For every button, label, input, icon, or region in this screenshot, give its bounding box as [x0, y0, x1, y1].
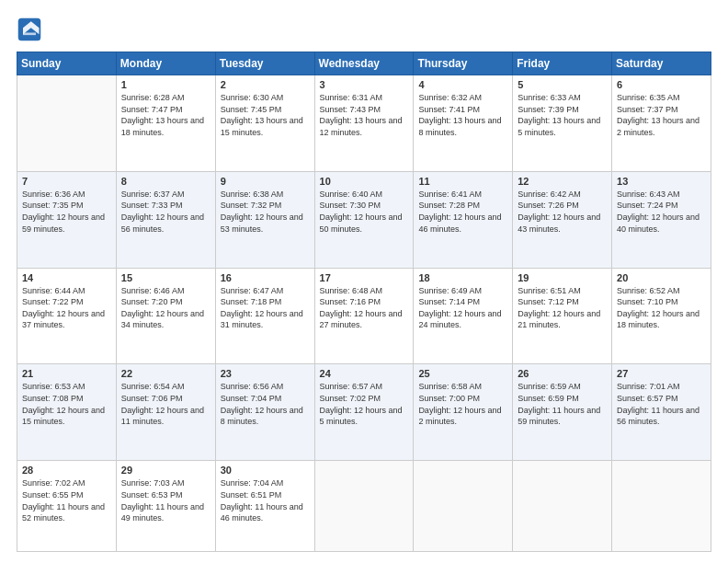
day-number: 23	[221, 368, 310, 379]
day-number: 18	[418, 272, 507, 283]
day-number: 7	[22, 176, 111, 187]
day-info: Sunrise: 6:37 AMSunset: 7:33 PMDaylight:…	[121, 189, 210, 235]
day-info: Sunrise: 6:49 AMSunset: 7:14 PMDaylight:…	[418, 285, 507, 331]
day-number: 14	[22, 272, 111, 283]
day-header-wednesday: Wednesday	[314, 52, 414, 75]
day-info: Sunrise: 6:58 AMSunset: 7:00 PMDaylight:…	[418, 381, 507, 427]
day-cell-29: 29Sunrise: 7:03 AMSunset: 6:53 PMDayligh…	[116, 461, 215, 552]
day-info: Sunrise: 7:02 AMSunset: 6:55 PMDaylight:…	[22, 477, 111, 523]
day-cell-5: 5Sunrise: 6:33 AMSunset: 7:39 PMDaylight…	[513, 75, 612, 172]
day-info: Sunrise: 6:40 AMSunset: 7:30 PMDaylight:…	[320, 189, 409, 235]
calendar-table: SundayMondayTuesdayWednesdayThursdayFrid…	[17, 52, 711, 552]
day-cell-21: 21Sunrise: 6:53 AMSunset: 7:08 PMDayligh…	[17, 364, 117, 461]
day-number: 8	[121, 176, 210, 187]
day-number: 19	[518, 272, 607, 283]
day-cell-24: 24Sunrise: 6:57 AMSunset: 7:02 PMDayligh…	[314, 364, 414, 461]
day-info: Sunrise: 6:56 AMSunset: 7:04 PMDaylight:…	[221, 381, 310, 427]
day-header-friday: Friday	[513, 52, 612, 75]
day-cell-17: 17Sunrise: 6:48 AMSunset: 7:16 PMDayligh…	[314, 268, 414, 364]
day-info: Sunrise: 6:51 AMSunset: 7:12 PMDaylight:…	[518, 285, 607, 331]
day-cell-16: 16Sunrise: 6:47 AMSunset: 7:18 PMDayligh…	[215, 268, 314, 364]
day-info: Sunrise: 6:47 AMSunset: 7:18 PMDaylight:…	[221, 285, 310, 331]
empty-cell	[513, 461, 612, 552]
day-number: 5	[518, 79, 607, 90]
day-info: Sunrise: 6:30 AMSunset: 7:45 PMDaylight:…	[221, 92, 310, 138]
day-info: Sunrise: 6:38 AMSunset: 7:32 PMDaylight:…	[221, 189, 310, 235]
day-number: 22	[121, 368, 210, 379]
day-cell-20: 20Sunrise: 6:52 AMSunset: 7:10 PMDayligh…	[612, 268, 711, 364]
day-number: 11	[418, 176, 507, 187]
empty-cell	[314, 461, 414, 552]
day-info: Sunrise: 6:52 AMSunset: 7:10 PMDaylight:…	[617, 285, 706, 331]
header-row: SundayMondayTuesdayWednesdayThursdayFrid…	[17, 52, 711, 75]
day-number: 2	[221, 79, 310, 90]
day-number: 10	[320, 176, 409, 187]
day-info: Sunrise: 6:53 AMSunset: 7:08 PMDaylight:…	[22, 381, 111, 427]
day-info: Sunrise: 6:28 AMSunset: 7:47 PMDaylight:…	[121, 92, 210, 138]
day-header-monday: Monday	[116, 52, 215, 75]
day-number: 15	[121, 272, 210, 283]
day-number: 3	[320, 79, 409, 90]
day-cell-7: 7Sunrise: 6:36 AMSunset: 7:35 PMDaylight…	[17, 171, 117, 268]
day-cell-27: 27Sunrise: 7:01 AMSunset: 6:57 PMDayligh…	[612, 364, 711, 461]
day-info: Sunrise: 6:48 AMSunset: 7:16 PMDaylight:…	[320, 285, 409, 331]
day-cell-25: 25Sunrise: 6:58 AMSunset: 7:00 PMDayligh…	[414, 364, 513, 461]
day-cell-1: 1Sunrise: 6:28 AMSunset: 7:47 PMDaylight…	[116, 75, 215, 172]
logo	[17, 17, 46, 42]
day-cell-14: 14Sunrise: 6:44 AMSunset: 7:22 PMDayligh…	[17, 268, 117, 364]
day-cell-8: 8Sunrise: 6:37 AMSunset: 7:33 PMDaylight…	[116, 171, 215, 268]
day-info: Sunrise: 7:03 AMSunset: 6:53 PMDaylight:…	[121, 477, 210, 523]
page: SundayMondayTuesdayWednesdayThursdayFrid…	[0, 0, 728, 563]
day-info: Sunrise: 6:57 AMSunset: 7:02 PMDaylight:…	[320, 381, 409, 427]
day-header-tuesday: Tuesday	[215, 52, 314, 75]
day-cell-3: 3Sunrise: 6:31 AMSunset: 7:43 PMDaylight…	[314, 75, 414, 172]
day-info: Sunrise: 6:36 AMSunset: 7:35 PMDaylight:…	[22, 189, 111, 235]
day-number: 26	[518, 368, 607, 379]
calendar-week-3: 14Sunrise: 6:44 AMSunset: 7:22 PMDayligh…	[17, 268, 711, 364]
day-info: Sunrise: 7:01 AMSunset: 6:57 PMDaylight:…	[617, 381, 706, 427]
empty-cell	[17, 75, 117, 172]
day-header-saturday: Saturday	[612, 52, 711, 75]
day-number: 6	[617, 79, 706, 90]
day-number: 12	[518, 176, 607, 187]
day-number: 25	[418, 368, 507, 379]
day-info: Sunrise: 6:44 AMSunset: 7:22 PMDaylight:…	[22, 285, 111, 331]
day-header-thursday: Thursday	[414, 52, 513, 75]
day-cell-9: 9Sunrise: 6:38 AMSunset: 7:32 PMDaylight…	[215, 171, 314, 268]
day-info: Sunrise: 6:43 AMSunset: 7:24 PMDaylight:…	[617, 189, 706, 235]
empty-cell	[612, 461, 711, 552]
day-cell-22: 22Sunrise: 6:54 AMSunset: 7:06 PMDayligh…	[116, 364, 215, 461]
calendar-week-2: 7Sunrise: 6:36 AMSunset: 7:35 PMDaylight…	[17, 171, 711, 268]
day-number: 4	[418, 79, 507, 90]
logo-icon	[17, 17, 42, 42]
day-number: 28	[22, 465, 111, 476]
calendar-week-4: 21Sunrise: 6:53 AMSunset: 7:08 PMDayligh…	[17, 364, 711, 461]
day-number: 20	[617, 272, 706, 283]
day-cell-10: 10Sunrise: 6:40 AMSunset: 7:30 PMDayligh…	[314, 171, 414, 268]
day-cell-23: 23Sunrise: 6:56 AMSunset: 7:04 PMDayligh…	[215, 364, 314, 461]
header	[17, 17, 711, 42]
day-number: 24	[320, 368, 409, 379]
day-number: 16	[221, 272, 310, 283]
day-info: Sunrise: 6:31 AMSunset: 7:43 PMDaylight:…	[320, 92, 409, 138]
day-info: Sunrise: 6:41 AMSunset: 7:28 PMDaylight:…	[418, 189, 507, 235]
day-info: Sunrise: 6:35 AMSunset: 7:37 PMDaylight:…	[617, 92, 706, 138]
day-number: 1	[121, 79, 210, 90]
day-number: 27	[617, 368, 706, 379]
day-number: 13	[617, 176, 706, 187]
day-cell-4: 4Sunrise: 6:32 AMSunset: 7:41 PMDaylight…	[414, 75, 513, 172]
day-cell-13: 13Sunrise: 6:43 AMSunset: 7:24 PMDayligh…	[612, 171, 711, 268]
day-number: 30	[221, 465, 310, 476]
day-info: Sunrise: 7:04 AMSunset: 6:51 PMDaylight:…	[221, 477, 310, 523]
day-cell-28: 28Sunrise: 7:02 AMSunset: 6:55 PMDayligh…	[17, 461, 117, 552]
day-number: 17	[320, 272, 409, 283]
day-header-sunday: Sunday	[17, 52, 117, 75]
day-cell-6: 6Sunrise: 6:35 AMSunset: 7:37 PMDaylight…	[612, 75, 711, 172]
day-cell-30: 30Sunrise: 7:04 AMSunset: 6:51 PMDayligh…	[215, 461, 314, 552]
day-cell-15: 15Sunrise: 6:46 AMSunset: 7:20 PMDayligh…	[116, 268, 215, 364]
day-cell-12: 12Sunrise: 6:42 AMSunset: 7:26 PMDayligh…	[513, 171, 612, 268]
empty-cell	[414, 461, 513, 552]
calendar-week-1: 1Sunrise: 6:28 AMSunset: 7:47 PMDaylight…	[17, 75, 711, 172]
day-cell-18: 18Sunrise: 6:49 AMSunset: 7:14 PMDayligh…	[414, 268, 513, 364]
day-info: Sunrise: 6:59 AMSunset: 6:59 PMDaylight:…	[518, 381, 607, 427]
